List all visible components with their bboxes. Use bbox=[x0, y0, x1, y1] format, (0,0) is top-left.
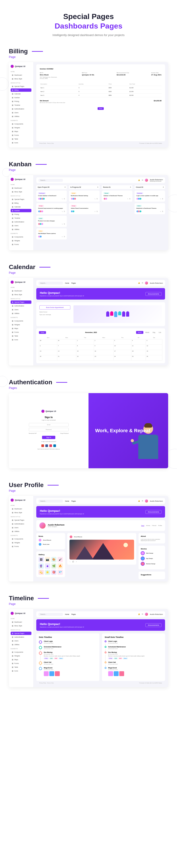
nav-item[interactable]: Widgets bbox=[11, 239, 31, 242]
cal-day[interactable]: 8 bbox=[76, 345, 94, 350]
trash-icon[interactable]: 🗑 bbox=[64, 236, 65, 238]
avatar[interactable] bbox=[145, 613, 148, 616]
mail-icon[interactable]: ✉ bbox=[142, 613, 143, 615]
nav-item[interactable]: Forms bbox=[11, 545, 31, 548]
nav-icons[interactable]: Icons bbox=[11, 141, 31, 144]
story-avatar[interactable] bbox=[141, 562, 145, 566]
edit-icon[interactable]: ✎ bbox=[62, 223, 63, 225]
nav-item[interactable]: Authentication bbox=[11, 304, 31, 308]
cal-day[interactable]: 31 bbox=[57, 339, 76, 345]
nav-item[interactable]: Icons bbox=[11, 669, 31, 673]
gallery-item[interactable]: 🌿 bbox=[51, 563, 57, 569]
friend-avatar[interactable] bbox=[38, 538, 41, 542]
nav-pricing[interactable]: Pricing bbox=[11, 100, 31, 103]
tab-feed[interactable]: Feed bbox=[141, 525, 144, 526]
edit-icon[interactable]: ✎ bbox=[160, 198, 161, 199]
nav-item[interactable]: Forms bbox=[11, 331, 31, 334]
edit-icon[interactable]: ✎ bbox=[62, 236, 63, 238]
nav-pages-link[interactable]: Pages bbox=[71, 282, 76, 284]
gallery-item[interactable]: 🔮 bbox=[38, 563, 44, 569]
cal-day[interactable]: 4 bbox=[131, 339, 146, 345]
tl-image[interactable] bbox=[119, 671, 124, 676]
edit-icon[interactable]: ✎ bbox=[94, 211, 96, 212]
nav-components[interactable]: Components bbox=[11, 122, 31, 126]
print-button[interactable]: Print bbox=[97, 107, 104, 110]
gallery-item[interactable]: 🔥 bbox=[58, 563, 63, 569]
trash-icon[interactable]: 🗑 bbox=[129, 198, 130, 199]
trash-icon[interactable]: 🗑 bbox=[162, 198, 163, 199]
plus-icon[interactable]: + bbox=[97, 186, 98, 188]
nav-item[interactable]: Authentication bbox=[11, 636, 31, 639]
nav-item[interactable]: Widgets bbox=[11, 323, 31, 326]
logo[interactable]: Qompac UI bbox=[11, 178, 31, 181]
instagram-icon[interactable] bbox=[49, 444, 52, 447]
nav-menu[interactable]: Menu Style bbox=[11, 77, 31, 81]
gallery-item[interactable]: 🖌 bbox=[58, 557, 63, 562]
kanban-card[interactable]: DesignGeneral Improvement in Landing pag… bbox=[36, 203, 67, 214]
nav-widgets[interactable]: Widgets bbox=[11, 126, 31, 129]
gallery-item[interactable]: 💎 bbox=[58, 570, 63, 575]
cal-day[interactable]: 7 bbox=[57, 345, 76, 350]
kanban-card[interactable]: AdminHelpdesk in Dashboard Themes✎🗑 bbox=[135, 203, 165, 214]
cal-day[interactable]: 26 bbox=[146, 355, 163, 361]
nav-item[interactable]: Components bbox=[11, 650, 31, 654]
nav-item[interactable]: Users bbox=[11, 526, 31, 529]
kanban-card[interactable]: MobileNotification Module Setting✎🗑 bbox=[69, 191, 99, 202]
cal-day[interactable]: 19 bbox=[146, 350, 163, 355]
trash-icon[interactable]: 🗑 bbox=[64, 198, 65, 199]
announcements-button[interactable]: Announcements bbox=[145, 623, 161, 627]
story-avatar[interactable] bbox=[141, 551, 145, 555]
pages-link[interactable]: Pages bbox=[71, 614, 76, 615]
cal-day[interactable]: 1 bbox=[76, 339, 94, 345]
nav-item[interactable]: Special Pages bbox=[11, 519, 31, 522]
friend-avatar[interactable] bbox=[38, 543, 41, 546]
cal-day[interactable]: 3 bbox=[114, 339, 131, 345]
gallery-item[interactable]: 💫 bbox=[38, 570, 44, 575]
nav-item[interactable]: Forms bbox=[11, 243, 31, 246]
cal-day[interactable]: 9 bbox=[94, 345, 114, 350]
google-icon[interactable] bbox=[41, 444, 44, 447]
forgot-link[interactable]: Forgot Password bbox=[60, 433, 68, 434]
trash-icon[interactable]: 🗑 bbox=[96, 211, 98, 212]
nav-tables[interactable]: Table bbox=[11, 137, 31, 141]
nav-item[interactable]: Pricing bbox=[11, 213, 31, 216]
plus-icon[interactable]: + bbox=[130, 186, 131, 188]
trash-icon[interactable]: 🗑 bbox=[64, 211, 65, 212]
avatar[interactable] bbox=[145, 281, 148, 284]
home-link[interactable]: Home bbox=[65, 614, 69, 615]
bell-icon[interactable]: 🔔 bbox=[138, 500, 140, 502]
nav-item[interactable]: Special Pages bbox=[11, 198, 31, 201]
cal-day[interactable]: 12 bbox=[146, 345, 163, 350]
gallery-item[interactable]: 🎨 bbox=[51, 557, 57, 562]
select-doctor[interactable]: Select Doctor bbox=[39, 311, 70, 313]
search-input[interactable]: Search... bbox=[38, 179, 63, 182]
remember-checkbox[interactable]: Remember Me? bbox=[29, 433, 37, 434]
edit-icon[interactable]: ✎ bbox=[94, 198, 96, 199]
cal-day[interactable]: 15 bbox=[76, 350, 94, 355]
tab-profile[interactable]: Profile bbox=[158, 525, 162, 526]
linkedin-icon[interactable] bbox=[53, 444, 56, 447]
nav-item[interactable]: Dashboard bbox=[11, 289, 31, 292]
trash-icon[interactable]: 🗑 bbox=[96, 198, 98, 199]
kanban-card[interactable]: VideoAdd Multiple Theme options✎🗑 bbox=[36, 228, 67, 240]
nav-maps[interactable]: Maps bbox=[11, 130, 31, 133]
logo[interactable]: Qompac UI bbox=[11, 65, 31, 68]
pages-link[interactable]: Pages bbox=[71, 500, 76, 502]
signup-link[interactable]: Don't have an account? Click here to sig… bbox=[29, 448, 68, 450]
plus-icon[interactable]: + bbox=[163, 186, 164, 188]
cal-day[interactable]: 10 bbox=[114, 345, 131, 350]
nav-special-active[interactable]: Special Pages bbox=[11, 301, 31, 304]
nav-item[interactable]: Maps bbox=[11, 327, 31, 330]
comment-icon[interactable]: 💬 bbox=[72, 561, 74, 562]
kanban-card[interactable]: ReviewSidebar in Dashboard Themes✎🗑 bbox=[102, 191, 132, 202]
nav-item[interactable]: Components bbox=[11, 235, 31, 239]
cal-day[interactable]: 23 bbox=[94, 355, 114, 361]
mail-icon[interactable]: ✉ bbox=[142, 500, 143, 502]
nav-kanban-active[interactable]: Kanban bbox=[11, 209, 31, 212]
nav-dashboard[interactable]: Dashboard bbox=[11, 73, 31, 77]
kanban-card[interactable]: BootstrapLogin screen update in mobile a… bbox=[135, 191, 165, 202]
tl-image[interactable] bbox=[108, 671, 113, 676]
cal-day[interactable]: 11 bbox=[131, 345, 146, 350]
edit-icon[interactable]: ✎ bbox=[62, 198, 63, 199]
logo[interactable]: Qompac UI bbox=[11, 612, 31, 615]
